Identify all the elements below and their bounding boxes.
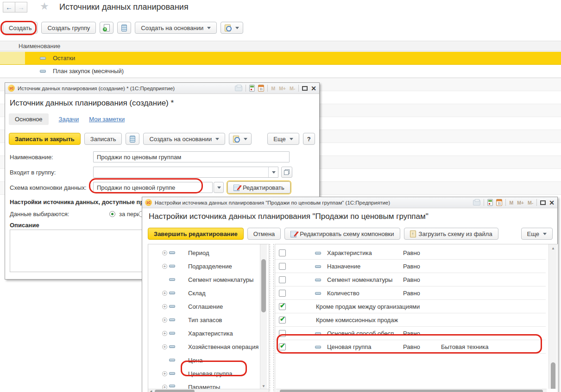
save-button[interactable]: Записать <box>84 133 122 145</box>
condition-checkbox[interactable]: ✔ <box>279 343 286 350</box>
condition-row[interactable]: ✔ Количество Равно <box>275 286 546 300</box>
conditions-horizontal-scrollbar[interactable] <box>276 389 547 392</box>
tree-item[interactable]: + Тип запасов <box>148 313 269 327</box>
print-icon[interactable] <box>473 200 480 205</box>
scroll-left-icon[interactable]: ◄ <box>149 389 153 392</box>
cancel-button[interactable]: Отмена <box>247 228 281 240</box>
dialog-titlebar[interactable]: 1С Источник данных планирования (создани… <box>5 83 319 94</box>
expand-plus-icon[interactable]: + <box>162 344 167 349</box>
create-group-button[interactable]: Создать группу <box>41 22 96 34</box>
expand-plus-icon[interactable]: + <box>162 250 167 255</box>
item-dash-icon <box>315 332 321 335</box>
dropdown-button[interactable] <box>268 167 278 177</box>
condition-row[interactable]: ✔ Характеристика Равно <box>275 246 546 260</box>
close-icon[interactable]: ✕ <box>311 85 316 92</box>
scroll-down-icon[interactable]: ▼ <box>262 384 265 388</box>
schema-dropdown-button[interactable] <box>214 182 224 193</box>
maximize-icon[interactable] <box>540 200 546 205</box>
panel-splitter[interactable] <box>270 244 274 392</box>
tree-item[interactable]: + Ценовая группа <box>148 367 269 380</box>
scroll-up-icon[interactable]: ▲ <box>551 246 555 250</box>
conditions-vertical-scrollbar[interactable]: ▲ <box>548 244 557 389</box>
condition-checkbox[interactable]: ✔ <box>279 303 286 310</box>
tree-item[interactable]: + Склад <box>148 286 269 300</box>
group-field-label: Входит в группу: <box>10 169 56 176</box>
name-field-label: Наименование: <box>10 154 53 161</box>
expand-plus-icon[interactable]: + <box>162 331 167 336</box>
tab-tasks[interactable]: Задачи <box>59 116 79 123</box>
create-based-on-button[interactable]: Создать на основании <box>135 22 217 34</box>
calculator-icon[interactable] <box>249 85 255 92</box>
favorite-star-icon[interactable]: ★ <box>40 0 49 12</box>
load-schema-button[interactable]: ↑Загрузить схему из файла <box>404 228 498 240</box>
help-button[interactable]: ? <box>303 133 315 145</box>
reports-button[interactable] <box>221 22 243 34</box>
condition-operator: Равно <box>403 330 420 337</box>
condition-row[interactable]: ✔ Основной способ обесп... Равно <box>275 327 546 340</box>
schema-input[interactable]: Продажи по ценовой группе <box>93 182 213 193</box>
tree-item[interactable]: + Подразделение <box>148 260 269 273</box>
tree-item[interactable]: + Соглашение <box>148 300 269 313</box>
more-button[interactable]: Еще <box>267 133 299 145</box>
reports-button[interactable] <box>229 133 252 145</box>
tree-item[interactable]: + Сегмент номенклатуры <box>148 273 269 286</box>
expand-plus-icon[interactable]: + <box>162 304 167 309</box>
expand-plus-icon[interactable]: + <box>162 371 167 376</box>
condition-label: Назначение <box>327 263 360 270</box>
condition-checkbox[interactable]: ✔ <box>279 330 286 337</box>
tab-notes[interactable]: Мои заметки <box>89 116 125 123</box>
condition-row[interactable]: ✔ Назначение Равно <box>275 260 546 273</box>
period-radio[interactable] <box>109 211 115 217</box>
tree-item[interactable]: + Период <box>148 246 269 260</box>
group-input[interactable] <box>93 167 278 178</box>
new-copy-button[interactable] <box>100 22 113 34</box>
condition-checkbox[interactable]: ✔ <box>279 249 286 256</box>
condition-checkbox[interactable]: ✔ <box>279 290 286 297</box>
item-dash-icon <box>169 372 175 375</box>
edit-schema-button[interactable]: Редактировать <box>227 181 290 193</box>
edit-composition-schema-button[interactable]: Редактировать схему компоновки <box>284 228 400 240</box>
table-row[interactable]: План закупок (месячный) <box>0 65 561 78</box>
expand-plus-icon[interactable]: + <box>162 317 167 323</box>
tab-main[interactable]: Основное <box>9 113 49 125</box>
dialog-titlebar[interactable]: 1С Настройки источника данных планирован… <box>142 197 557 208</box>
print-icon[interactable] <box>235 86 242 91</box>
condition-row[interactable]: ✔ Сегмент номенклатуры Равно <box>275 273 546 286</box>
table-header[interactable]: Наименование <box>0 41 561 51</box>
tree-horizontal-scrollbar[interactable]: ◄ <box>148 389 269 392</box>
tree-vertical-scrollbar[interactable]: ▼ <box>260 244 267 389</box>
tree-item[interactable]: + Хозяйственная операция <box>148 340 269 354</box>
report-clock-icon <box>225 25 232 31</box>
more-button[interactable]: Еще <box>521 228 553 240</box>
save-and-close-button[interactable]: Записать и закрыть <box>9 133 81 145</box>
expand-plus-icon[interactable]: + <box>162 291 167 296</box>
tree-item[interactable]: + Цена <box>148 354 269 367</box>
condition-checkbox[interactable]: ✔ <box>279 276 286 283</box>
expand-plus-icon[interactable]: + <box>162 264 167 269</box>
name-input[interactable]: Продажи по ценовым группам <box>93 151 290 162</box>
calculator-icon[interactable] <box>487 199 493 206</box>
condition-row[interactable]: ✔ Кроме продаж между организациями <box>275 300 546 313</box>
list-settings-button[interactable] <box>117 22 131 34</box>
create-button[interactable]: Создать <box>3 22 38 34</box>
create-based-on-button[interactable]: Создать на основании <box>143 133 225 145</box>
condition-operator: Равно <box>403 249 420 256</box>
back-button[interactable]: ← <box>3 2 15 12</box>
tree-item-label: Ценовая группа <box>188 370 233 377</box>
condition-row[interactable]: ✔ Кроме комиссионных продаж <box>275 313 546 327</box>
condition-row[interactable]: ✔ Ценовая группа Равно Бытовая техника <box>275 340 546 354</box>
table-row[interactable]: Остатки <box>0 52 561 65</box>
maximize-icon[interactable] <box>302 86 308 91</box>
forward-button[interactable]: → <box>15 2 27 12</box>
close-icon[interactable]: ✕ <box>549 199 555 206</box>
item-dash-icon <box>169 265 175 268</box>
tree-item[interactable]: + Характеристика <box>148 327 269 340</box>
condition-checkbox[interactable]: ✔ <box>279 263 286 270</box>
finish-editing-button[interactable]: Завершить редактирование <box>148 228 244 240</box>
condition-label: Основной способ обесп... <box>327 330 399 337</box>
condition-checkbox[interactable]: ✔ <box>279 317 286 324</box>
calendar-icon[interactable]: 31 <box>258 85 264 92</box>
open-group-button[interactable] <box>281 167 292 178</box>
list-settings-button[interactable] <box>126 133 139 145</box>
calendar-icon[interactable]: 31 <box>496 199 502 206</box>
